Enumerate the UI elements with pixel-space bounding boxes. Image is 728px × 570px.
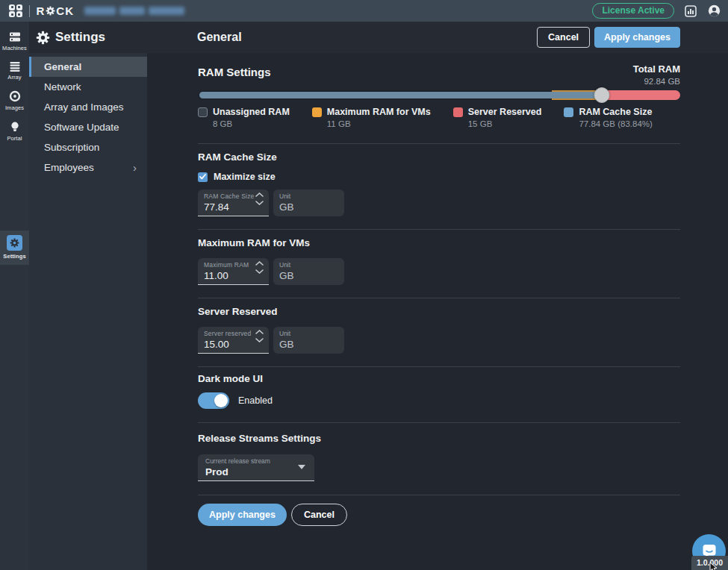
page-title: General (197, 31, 242, 44)
nav-item-general[interactable]: General (29, 57, 147, 77)
nav-label-subscription: Subscription (44, 142, 99, 153)
cancel-button[interactable]: Cancel (537, 27, 590, 48)
nav-label-general: General (44, 61, 81, 72)
slider-segment-reserved (602, 90, 680, 100)
ram-settings-title: RAM Settings (198, 66, 680, 78)
page-header: Settings General Cancel Apply changes (29, 22, 728, 53)
nav-item-software-update[interactable]: Software Update (29, 117, 147, 137)
nav-item-employees[interactable]: Employees › (29, 157, 147, 178)
legend-value: 8 GB (198, 119, 290, 128)
release-stream-select[interactable]: Current release stream Prod (198, 454, 314, 481)
icon-sidebar: Machines Array Images Portal (0, 22, 29, 570)
unit-value: GB (279, 270, 338, 281)
legend-item-max-ram-vms[interactable]: Maximum RAM for VMs 11 GB (312, 107, 431, 128)
sidebar-label-portal: Portal (7, 135, 22, 142)
sidebar-item-portal[interactable]: Portal (0, 116, 29, 147)
general-settings-content: RAM Settings Total RAM 92.84 GB Unas (147, 53, 728, 570)
slider-handle[interactable] (594, 87, 609, 103)
machines-icon (9, 31, 21, 43)
unit-label: Unit (279, 192, 338, 200)
ram-cache-size-input[interactable]: RAM Cache Size 77.84 (198, 190, 269, 216)
legend-value: 15 GB (453, 119, 542, 128)
logo-wordmark: R CK (37, 4, 75, 17)
apply-changes-button-footer[interactable]: Apply changes (198, 504, 287, 526)
stepper-down-icon[interactable] (255, 269, 264, 274)
stepper-down-icon[interactable] (255, 201, 264, 205)
stepper-down-icon[interactable] (255, 338, 264, 342)
array-icon (9, 61, 21, 72)
nav-item-subscription[interactable]: Subscription (29, 137, 147, 157)
ram-cache-field-label: RAM Cache Size (204, 192, 263, 200)
server-reserved-title: Server Reserved (198, 306, 680, 317)
release-stream-label: Current release stream (205, 457, 307, 465)
maximize-size-checkbox-row[interactable]: Maximize size (198, 172, 680, 182)
unit-label: Unit (279, 330, 338, 337)
total-ram-block: Total RAM 92.84 GB (633, 63, 680, 86)
unit-value: GB (279, 339, 338, 350)
release-streams-title: Release Streams Settings (198, 433, 680, 444)
cancel-button-footer[interactable]: Cancel (291, 504, 347, 526)
logo-divider (29, 5, 30, 17)
unassigned-swatch (198, 107, 208, 117)
license-active-badge[interactable]: License Active (592, 3, 674, 19)
sidebar-label-array: Array (7, 74, 21, 81)
caret-down-icon (298, 465, 305, 469)
divider (198, 495, 680, 495)
server-reserved-field-label: Server reserved (204, 330, 263, 337)
legend-item-server-reserved[interactable]: Server Reserved 15 GB (453, 107, 542, 128)
settings-nav: General Network Array and Images Softwar… (29, 53, 147, 570)
nav-item-array-and-images[interactable]: Array and Images (29, 97, 147, 117)
stepper-up-icon[interactable] (255, 192, 264, 197)
stepper-up-icon[interactable] (255, 261, 264, 266)
maximum-ram-input[interactable]: Maximum RAM 11.00 (198, 258, 269, 285)
server-reserved-field-value: 15.00 (204, 339, 263, 350)
settings-icon (7, 235, 22, 251)
maximum-ram-unit-select[interactable]: Unit GB (273, 258, 344, 285)
mouse-cursor (709, 563, 719, 570)
server-reserved-input[interactable]: Server reserved 15.00 (198, 327, 269, 354)
sidebar-item-settings[interactable]: Settings (0, 231, 29, 265)
stepper-up-icon[interactable] (255, 330, 264, 334)
sidebar-item-machines[interactable]: Machines (0, 27, 29, 57)
maximum-ram-field-label: Maximum RAM (204, 261, 263, 269)
ram-allocation-slider (198, 90, 680, 100)
sidebar-item-array[interactable]: Array (0, 57, 29, 86)
nav-label-employees: Employees (44, 162, 94, 173)
images-icon (9, 90, 21, 102)
maximum-ram-field-value: 11.00 (204, 270, 263, 281)
legend-item-unassigned[interactable]: Unassigned RAM 8 GB (198, 107, 290, 128)
divider (198, 229, 680, 230)
divider (198, 366, 680, 367)
ram-cache-unit-select[interactable]: Unit GB (273, 190, 344, 216)
ram-cache-field-value: 77.84 (204, 201, 263, 213)
sidebar-label-machines: Machines (2, 45, 27, 51)
sidebar-item-images[interactable]: Images (0, 86, 29, 116)
maximize-size-checkbox[interactable] (198, 172, 208, 182)
account-icon[interactable] (707, 4, 721, 18)
logo-grid-icon (9, 4, 22, 18)
legend-item-ram-cache[interactable]: RAM Cache Size 77.84 GB (83.84%) (564, 107, 652, 128)
legend-label: Unassigned RAM (213, 107, 290, 117)
slider-segment-cache (199, 92, 603, 98)
settings-section-heading: Settings (36, 30, 105, 45)
nav-label-software-update: Software Update (44, 122, 119, 133)
maximize-size-label: Maximize size (214, 172, 276, 182)
total-ram-value: 92.84 GB (633, 77, 680, 86)
logo-gear-icon (46, 6, 55, 16)
server-reserved-unit-select[interactable]: Unit GB (273, 327, 344, 354)
nav-item-network[interactable]: Network (29, 77, 147, 97)
total-ram-label: Total RAM (633, 63, 680, 75)
reports-chart-icon[interactable] (684, 4, 697, 18)
settings-heading-label: Settings (55, 30, 105, 45)
dark-mode-toggle[interactable] (198, 392, 229, 409)
ram-cache-swatch (564, 107, 573, 117)
logo-text-right: CK (56, 4, 74, 17)
sidebar-label-images: Images (5, 104, 24, 111)
portal-icon (9, 121, 21, 133)
app-logo: R CK (9, 4, 74, 18)
divider (198, 298, 680, 298)
legend-value: 11 GB (312, 119, 431, 128)
legend-value: 77.84 GB (83.84%) (564, 119, 652, 128)
max-ram-swatch (312, 107, 322, 117)
apply-changes-button[interactable]: Apply changes (594, 27, 680, 48)
